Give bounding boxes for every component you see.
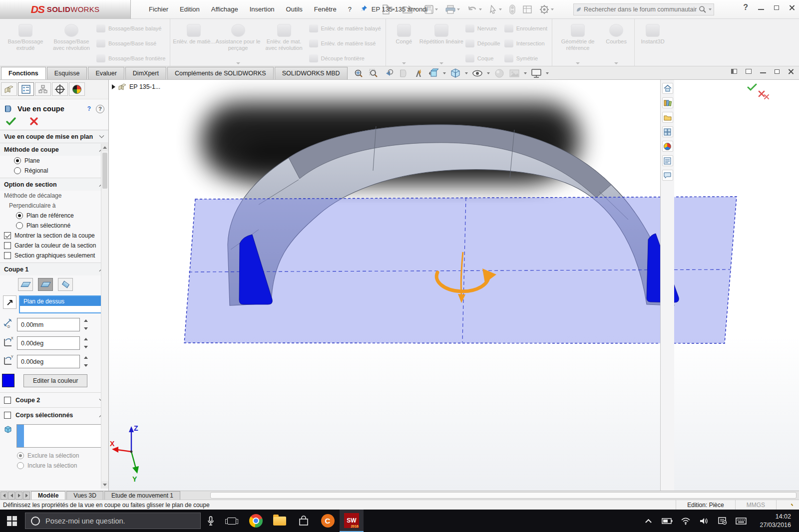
wrap-button[interactable]: Enroulement bbox=[504, 24, 547, 32]
checkbox-keep-cap-color[interactable]: Garder la couleur de la section bbox=[0, 241, 108, 251]
section1-header[interactable]: Coupe 1 bbox=[0, 263, 108, 275]
fillet-caret-icon[interactable] bbox=[402, 62, 406, 64]
section-color-swatch[interactable] bbox=[2, 374, 14, 387]
zoom-to-fit-icon[interactable] bbox=[352, 67, 365, 79]
checkbox-show-section-cap[interactable]: Montrer la section de la coupe bbox=[0, 231, 108, 241]
checkbox-graphics-only[interactable]: Section graphiques seulement bbox=[0, 251, 108, 263]
feature-breadcrumb[interactable]: EP 135-1... bbox=[112, 83, 160, 90]
front-plane-button[interactable] bbox=[18, 278, 33, 291]
hide-show-items-icon[interactable] bbox=[471, 67, 484, 79]
lofted-cut-button[interactable]: Enlèv. de matière lissé bbox=[309, 39, 381, 47]
scene-icon[interactable] bbox=[508, 67, 521, 79]
doc-minimize-button[interactable] bbox=[760, 72, 766, 73]
menu-edition[interactable]: Edition bbox=[180, 5, 200, 13]
quick-tip-icon[interactable]: ? bbox=[87, 105, 91, 112]
split-window-icon[interactable] bbox=[731, 69, 737, 74]
design-library-icon[interactable] bbox=[662, 97, 673, 108]
rib-button[interactable]: Nervure bbox=[465, 24, 500, 32]
view-settings-caret-icon[interactable] bbox=[546, 72, 549, 74]
configuration-manager-tab[interactable] bbox=[35, 82, 51, 96]
shell-button[interactable]: Coque bbox=[465, 54, 500, 62]
battery-indicator[interactable] bbox=[658, 510, 676, 532]
cancel-x-icon[interactable] bbox=[758, 90, 771, 101]
view-palette-icon[interactable] bbox=[662, 126, 673, 137]
file-explorer-icon[interactable] bbox=[662, 112, 673, 123]
doc-restore-button[interactable] bbox=[775, 69, 780, 74]
tab-scroll-first-button[interactable] bbox=[0, 492, 7, 500]
tab-etude-mouvement[interactable]: Etude de mouvement 1 bbox=[104, 491, 180, 500]
linear-pattern-caret-icon[interactable] bbox=[439, 62, 443, 64]
tab-scroll-left-button[interactable] bbox=[8, 492, 15, 500]
view-orientation-caret-icon[interactable] bbox=[443, 72, 446, 74]
section-view-icon[interactable] bbox=[397, 67, 410, 79]
edit-appearance-icon[interactable] bbox=[493, 67, 506, 79]
new-window-icon[interactable] bbox=[746, 69, 752, 74]
menu-affichage[interactable]: Affichage bbox=[211, 5, 238, 13]
mirror-button[interactable]: Symétrie bbox=[504, 54, 547, 62]
tab-esquisse[interactable]: Esquisse bbox=[47, 67, 87, 79]
curves-button[interactable]: Courbes bbox=[601, 20, 632, 66]
solidworks-taskbar-button[interactable]: SW 2016 bbox=[340, 510, 364, 532]
notification-indicator[interactable] bbox=[713, 510, 732, 532]
confirm-check-icon[interactable] bbox=[747, 83, 757, 91]
start-button[interactable] bbox=[0, 510, 24, 532]
drawing-section-view-header[interactable]: Vue en coupe de mise en plan bbox=[0, 130, 108, 143]
bodies-listbox[interactable] bbox=[16, 424, 102, 448]
hide-show-caret-icon[interactable] bbox=[487, 72, 490, 74]
scroll-down-button[interactable] bbox=[101, 481, 108, 489]
app-c-taskbar-button[interactable]: C bbox=[316, 510, 340, 532]
property-manager-tab[interactable] bbox=[18, 82, 34, 96]
tab-scroll-last-button[interactable] bbox=[23, 492, 30, 500]
minimize-button[interactable] bbox=[758, 9, 764, 10]
swept-cut-button[interactable]: Enlèv. de matière balayé bbox=[309, 24, 381, 32]
tab-modele[interactable]: Modèle bbox=[31, 491, 65, 500]
reference-geometry-caret-icon[interactable] bbox=[576, 62, 580, 64]
rotation-y-spinner[interactable] bbox=[83, 355, 89, 368]
checkbox-icon[interactable] bbox=[4, 397, 11, 404]
help-button[interactable]: ? bbox=[743, 3, 748, 12]
hole-wizard-caret-icon[interactable] bbox=[236, 62, 240, 64]
tray-expand-button[interactable] bbox=[639, 510, 658, 532]
keyboard-indicator[interactable] bbox=[732, 510, 750, 532]
panel-scrollbar[interactable] bbox=[101, 144, 108, 489]
forum-search-box[interactable] bbox=[573, 3, 714, 15]
chrome-taskbar-button[interactable] bbox=[244, 510, 268, 532]
boundary-cut-button[interactable]: Découpe frontière bbox=[309, 54, 381, 62]
resources-home-icon[interactable] bbox=[662, 83, 673, 94]
menu-insertion[interactable]: Insertion bbox=[250, 5, 275, 13]
doc-close-button[interactable] bbox=[788, 68, 794, 74]
horizontal-scrollbar[interactable] bbox=[210, 492, 797, 499]
annotations-icon[interactable] bbox=[412, 67, 425, 79]
microphone-button[interactable] bbox=[202, 510, 220, 532]
close-button[interactable] bbox=[789, 4, 795, 10]
menu-fichier[interactable]: Fichier bbox=[149, 5, 168, 13]
wifi-indicator[interactable] bbox=[676, 510, 695, 532]
view-orientation-icon[interactable] bbox=[427, 67, 440, 79]
graphics-viewport[interactable]: Z X Y EP 135-1... bbox=[109, 80, 799, 491]
section2-header[interactable]: Coupe 2 bbox=[0, 392, 108, 407]
display-manager-tab[interactable] bbox=[69, 82, 85, 96]
task-view-button[interactable] bbox=[220, 510, 244, 532]
revolved-cut-button[interactable]: Enlèv. de mat. avec révolution bbox=[261, 20, 307, 66]
scroll-up-button[interactable] bbox=[101, 144, 108, 151]
lofted-boss-button[interactable]: Bossage/Base lissé bbox=[96, 39, 165, 47]
radio-plane[interactable]: Plane bbox=[0, 156, 108, 166]
reference-geometry-button[interactable]: Géométrie de référence bbox=[555, 20, 601, 66]
dimxpert-manager-tab[interactable] bbox=[52, 82, 68, 96]
radio-selected-plane[interactable]: Plan sélectionné bbox=[0, 221, 108, 231]
top-plane-button[interactable] bbox=[38, 278, 53, 291]
right-plane-button[interactable] bbox=[58, 278, 73, 291]
swept-boss-button[interactable]: Bossage/Base balayé bbox=[96, 24, 165, 32]
tab-dimxpert[interactable]: DimXpert bbox=[125, 67, 166, 79]
ok-check-icon[interactable] bbox=[6, 117, 16, 125]
properties-button[interactable] bbox=[523, 5, 532, 13]
tab-scroll-right-button[interactable] bbox=[15, 492, 22, 500]
radio-reference-plane[interactable]: Plan de référence bbox=[0, 211, 108, 221]
revolved-boss-button[interactable]: Bossage/Base avec révolution bbox=[48, 20, 94, 66]
search-caret-icon[interactable] bbox=[709, 8, 712, 10]
extruded-cut-button[interactable]: Enlèv. de matiè... bbox=[173, 20, 215, 66]
rotation-y-input[interactable] bbox=[17, 357, 79, 366]
edit-color-button[interactable]: Editer la couleur bbox=[23, 374, 87, 387]
search-icon[interactable] bbox=[699, 5, 707, 13]
rotation-x-input[interactable] bbox=[17, 339, 79, 348]
